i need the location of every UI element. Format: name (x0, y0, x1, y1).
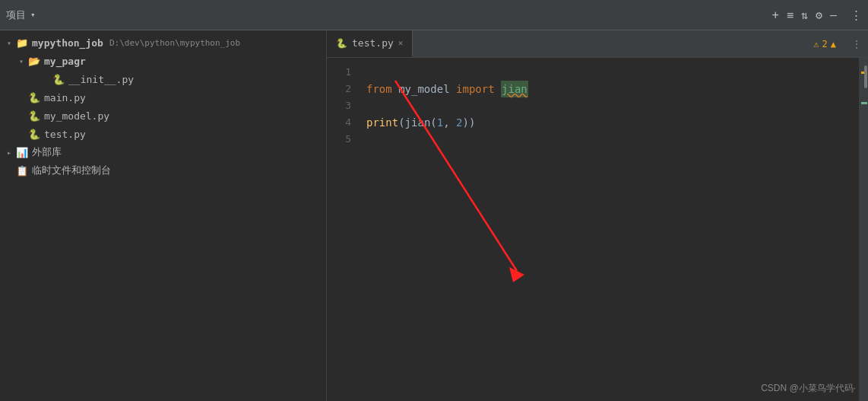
sidebar-item-ext-lib[interactable]: ▸ 📊 外部库 (0, 143, 326, 161)
lib-icon: 📊 (15, 147, 29, 158)
code-content[interactable]: from my_model import jian print ( jian ( (357, 58, 859, 401)
sidebar-item-main-py[interactable]: 🐍 main.py (0, 88, 326, 107)
warnings-indicator: ⚠ 2 ▲ (804, 30, 845, 57)
warning-icon: ⚠ (813, 39, 819, 49)
scrollbar-thumb[interactable] (864, 65, 867, 88)
paren-close: )) (463, 114, 476, 131)
project-label: mypython_job (32, 37, 103, 49)
number-1: 1 (437, 114, 443, 131)
folder-icon: 📂 (27, 56, 41, 67)
keyword-import: import (456, 81, 495, 97)
code-line-5 (366, 131, 859, 148)
keyword-from: from (366, 81, 392, 97)
line-number: 2 (327, 81, 351, 97)
test-py-label: test.py (44, 129, 86, 140)
sidebar-item-init-py[interactable]: 🐍 __init__.py (0, 70, 326, 88)
line-number: 5 (327, 131, 351, 148)
code-editor[interactable]: 1 2 3 4 5 from my_model import ji (327, 58, 868, 401)
ext-lib-label: 外部库 (32, 145, 62, 159)
more-icon[interactable]: ⋮ (851, 8, 862, 22)
add-icon[interactable]: + (772, 8, 779, 22)
tab-spacer (413, 30, 804, 57)
chevron-right-icon: ▸ (3, 148, 15, 157)
temp-files-label: 临时文件和控制台 (32, 164, 111, 177)
comma: , (443, 114, 449, 131)
warning-marker-2 (861, 102, 867, 104)
main-py-label: main.py (44, 92, 86, 103)
line-number: 1 (327, 64, 351, 81)
tab-nav-icons: ⋮ (845, 30, 868, 57)
folder-icon: 📁 (15, 37, 29, 49)
line-numbers: 1 2 3 4 5 (327, 58, 357, 401)
toolbar-icons: + ≡ ⇅ ⚙ — ⋮ (772, 8, 862, 22)
settings-icon[interactable]: ⚙ (816, 8, 822, 22)
project-path: D:\dev\python\mypython_job (109, 38, 240, 48)
code-line-1 (366, 64, 859, 81)
line-number: 4 (327, 114, 351, 131)
toolbar-chevron-icon: ▾ (30, 10, 36, 20)
code-line-3 (366, 97, 859, 114)
init-py-label: __init__.py (68, 74, 134, 85)
sidebar-item-my-pagr[interactable]: ▾ 📂 my_pagr (0, 52, 326, 70)
paren-open: ( (398, 114, 404, 131)
tab-bar: 🐍 test.py ✕ ⚠ 2 ▲ ⋮ (327, 30, 868, 58)
more-icon[interactable]: ⋮ (851, 38, 862, 50)
tab-label: test.py (352, 37, 394, 49)
my-pagr-label: my_pagr (44, 56, 86, 67)
tab-file-icon: 🐍 (336, 38, 347, 49)
main-layout: ▾ 📁 mypython_job D:\dev\python\mypython_… (0, 30, 868, 401)
warnings-up-icon[interactable]: ▲ (831, 39, 836, 49)
editor-right-gutter (859, 58, 868, 401)
python-file-icon: 🐍 (52, 74, 65, 85)
sidebar-item-project[interactable]: ▾ 📁 mypython_job D:\dev\python\mypython_… (0, 33, 326, 52)
sidebar-item-my-model-py[interactable]: 🐍 my_model.py (0, 107, 326, 125)
paren-open-2: ( (430, 114, 436, 131)
my-model-py-label: my_model.py (44, 110, 109, 122)
code-line-2: from my_model import jian (366, 81, 859, 97)
temp-icon: 📋 (15, 165, 29, 177)
function-print: print (366, 114, 398, 131)
python-file-icon: 🐍 (27, 110, 41, 122)
python-file-icon: 🐍 (27, 92, 41, 103)
minimize-icon[interactable]: — (830, 8, 837, 22)
editor-area: 🐍 test.py ✕ ⚠ 2 ▲ ⋮ 1 2 3 4 5 (327, 30, 868, 401)
warnings-count: 2 (822, 39, 828, 49)
identifier-module: my_model (398, 81, 449, 97)
svg-marker-1 (509, 267, 524, 282)
identifier-jian: jian (501, 81, 528, 97)
tab-test-py[interactable]: 🐍 test.py ✕ (327, 30, 413, 57)
chevron-down-icon: ▾ (3, 39, 15, 47)
toolbar: 项目 ▾ + ≡ ⇅ ⚙ — ⋮ (0, 0, 868, 30)
number-2: 2 (456, 114, 462, 131)
sidebar: ▾ 📁 mypython_job D:\dev\python\mypython_… (0, 30, 327, 401)
sidebar-item-test-py[interactable]: 🐍 test.py (0, 125, 326, 143)
python-file-icon: 🐍 (27, 129, 41, 140)
identifier-jian-call: jian (405, 114, 431, 131)
line-number: 3 (327, 97, 351, 114)
tab-close-button[interactable]: ✕ (398, 38, 404, 48)
sidebar-item-temp-files[interactable]: 📋 临时文件和控制台 (0, 161, 326, 180)
chevron-down-icon: ▾ (15, 57, 27, 65)
list-icon[interactable]: ≡ (787, 8, 794, 22)
code-line-4: print ( jian ( 1 , 2 )) (366, 114, 859, 131)
expand-icon[interactable]: ⇅ (801, 8, 808, 22)
toolbar-title: 项目 (6, 8, 26, 22)
watermark: CSDN @小菜鸟学代码· (761, 382, 856, 395)
